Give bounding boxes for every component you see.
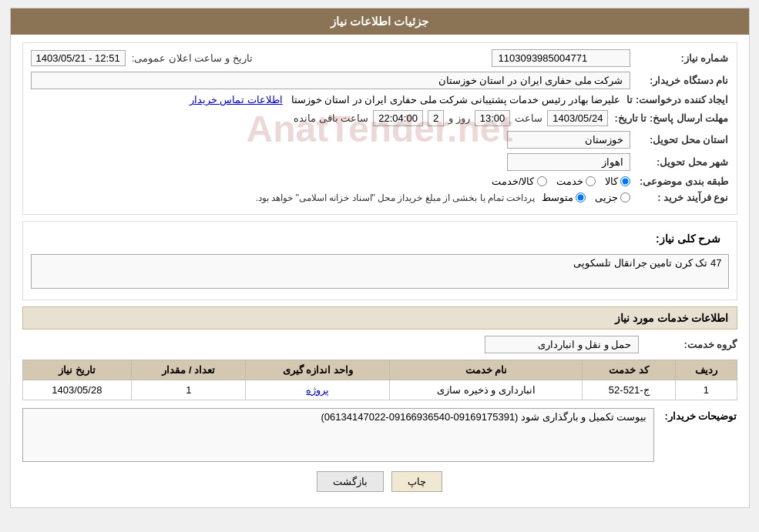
col-header-service-name: نام خدمت bbox=[390, 360, 583, 380]
deadline-time: 13:00 bbox=[475, 110, 511, 126]
col-header-quantity: تعداد / مقدار bbox=[132, 360, 246, 380]
need-desc-section-label: شرح کلی نیاز: bbox=[648, 228, 728, 249]
services-section-header: اطلاعات خدمات مورد نیاز bbox=[22, 306, 737, 330]
deadline-details: 1403/05/24 ساعت 13:00 روز و 2 22:04:00 س… bbox=[294, 110, 608, 126]
purchase-type-option-motovaset: متوسط bbox=[542, 192, 586, 203]
category-label-kala: کالا bbox=[605, 176, 618, 187]
row-buyer-org: نام دستگاه خریدار: شرکت ملی حفاری ایران … bbox=[31, 72, 729, 89]
service-group-value: حمل و نقل و انبارداری bbox=[485, 336, 639, 353]
announce-datetime-label: تاریخ و ساعت اعلان عمومی: bbox=[132, 52, 253, 64]
services-table-container: ردیف کد خدمت نام خدمت واحد اندازه گیری ت… bbox=[22, 360, 737, 400]
table-row: 1 ج-521-52 انبارداری و ذخیره سازی پروژه … bbox=[22, 380, 737, 400]
page-title: جزئیات اطلاعات نیاز bbox=[331, 15, 428, 28]
services-table: ردیف کد خدمت نام خدمت واحد اندازه گیری ت… bbox=[22, 360, 737, 400]
remaining-label: ساعت باقی مانده bbox=[294, 112, 368, 124]
purchase-type-radio-group: جزیی متوسط bbox=[542, 192, 630, 203]
cell-row-num: 1 bbox=[676, 380, 737, 400]
need-desc-row: 47 تک کرن تامین جرانقال تلسکوپی bbox=[31, 254, 729, 289]
row-need-number: شماره نیاز: 1103093985004771 تاریخ و ساع… bbox=[31, 49, 729, 67]
deadline-days: 2 bbox=[428, 110, 444, 126]
need-number-label: شماره نیاز: bbox=[636, 52, 729, 64]
creator-name: علیرضا بهادر رئیس خدمات پشتیبانی شرکت مل… bbox=[291, 94, 621, 105]
buyer-desc-section: توضیحات خریدار: بیوست تکمیل و بارگذاری ش… bbox=[22, 408, 737, 462]
row-category: طبقه بندی موضوعی: کالا خدمت کالا/خدمت bbox=[31, 176, 729, 187]
table-header-row: ردیف کد خدمت نام خدمت واحد اندازه گیری ت… bbox=[22, 360, 737, 380]
row-purchase-type: نوع فرآیند خرید : جزیی متوسط پرداخت تمام… bbox=[31, 192, 729, 203]
purchase-type-radio-motovaset[interactable] bbox=[576, 192, 586, 202]
creator-value: علیرضا بهادر رئیس خدمات پشتیبانی شرکت مل… bbox=[31, 94, 621, 105]
buyer-org-value: شرکت ملی حفاری ایران در استان خوزستان bbox=[31, 72, 630, 89]
category-label-both: کالا/خدمت bbox=[492, 176, 535, 187]
row-creator: ایجاد کننده درخواست: تا علیرضا بهادر رئی… bbox=[31, 94, 729, 105]
col-header-row-num: ردیف bbox=[676, 360, 737, 380]
announce-datetime-value: 1403/05/21 - 12:51 bbox=[31, 50, 126, 66]
category-option-khedmat: خدمت bbox=[556, 176, 596, 187]
top-info-section: AnatTender.net شماره نیاز: 1103093985004… bbox=[22, 42, 737, 215]
cell-quantity: 1 bbox=[132, 380, 246, 400]
need-desc-value: 47 تک کرن تامین جرانقال تلسکوپی bbox=[31, 254, 729, 289]
creator-label: ایجاد کننده درخواست: تا bbox=[626, 94, 728, 105]
cell-need-date: 1403/05/28 bbox=[22, 380, 132, 400]
category-option-both: کالا/خدمت bbox=[492, 176, 547, 187]
cell-service-name: انبارداری و ذخیره سازی bbox=[390, 380, 583, 400]
main-content: AnatTender.net شماره نیاز: 1103093985004… bbox=[11, 35, 749, 507]
row-province: استان محل تحویل: خوزستان bbox=[31, 131, 729, 149]
city-value: اهواز bbox=[507, 153, 630, 171]
service-group-label: گروه خدمت: bbox=[645, 339, 737, 350]
buyer-org-label: نام دستگاه خریدار: bbox=[636, 75, 729, 86]
contact-link[interactable]: اطلاعات تماس خریدار bbox=[190, 94, 283, 105]
back-button[interactable]: بازگشت bbox=[317, 471, 384, 492]
print-button[interactable]: چاپ bbox=[391, 471, 442, 492]
province-label: استان محل تحویل: bbox=[636, 134, 729, 146]
cell-service-code: ج-521-52 bbox=[583, 380, 676, 400]
category-label: طبقه بندی موضوعی: bbox=[636, 176, 729, 187]
buyer-desc-value: بیوست تکمیل و بارگذاری شود (09169175391-… bbox=[22, 408, 654, 462]
need-desc-header-row: شرح کلی نیاز: bbox=[31, 228, 729, 249]
purchase-type-label-motovaset: متوسط bbox=[542, 192, 573, 203]
city-label: شهر محل تحویل: bbox=[636, 156, 729, 168]
purchase-type-option-jozi: جزیی bbox=[595, 192, 630, 203]
category-option-kala: کالا bbox=[605, 176, 630, 187]
category-radio-khedmat[interactable] bbox=[586, 176, 596, 186]
row-city: شهر محل تحویل: اهواز bbox=[31, 153, 729, 171]
button-row: چاپ بازگشت bbox=[22, 471, 737, 492]
deadline-time2: 22:04:00 bbox=[373, 110, 423, 126]
purchase-type-label: نوع فرآیند خرید : bbox=[636, 192, 729, 203]
time-label: ساعت bbox=[515, 112, 542, 124]
col-header-need-date: تاریخ نیاز bbox=[22, 360, 132, 380]
category-label-khedmat: خدمت bbox=[556, 176, 583, 187]
col-header-service-code: کد خدمت bbox=[583, 360, 676, 380]
need-desc-section: شرح کلی نیاز: 47 تک کرن تامین جرانقال تل… bbox=[22, 221, 737, 300]
purchase-type-notice: پرداخت تمام یا بخشی از مبلغ خریداز محل "… bbox=[256, 192, 536, 203]
main-container: جزئیات اطلاعات نیاز AnatTender.net شماره… bbox=[10, 8, 750, 508]
category-radio-group: کالا خدمت کالا/خدمت bbox=[492, 176, 630, 187]
row-send-deadline: مهلت ارسال پاسخ: تا تاریخ: 1403/05/24 سا… bbox=[31, 110, 729, 126]
buyer-desc-content: بیوست تکمیل و بارگذاری شود (09169175391-… bbox=[22, 408, 654, 462]
buyer-desc-label: توضیحات خریدار: bbox=[660, 408, 737, 422]
row-service-group: گروه خدمت: حمل و نقل و انبارداری bbox=[22, 336, 737, 353]
purchase-type-label-jozi: جزیی bbox=[595, 192, 618, 203]
deadline-date: 1403/05/24 bbox=[547, 110, 608, 126]
col-header-unit: واحد اندازه گیری bbox=[246, 360, 390, 380]
category-radio-both[interactable] bbox=[537, 176, 547, 186]
cell-unit[interactable]: پروژه bbox=[246, 380, 390, 400]
purchase-type-radio-jozi[interactable] bbox=[620, 192, 630, 202]
category-radio-kala[interactable] bbox=[620, 176, 630, 186]
province-value: خوزستان bbox=[507, 131, 630, 149]
need-number-value: 1103093985004771 bbox=[492, 49, 630, 67]
page-header: جزئیات اطلاعات نیاز bbox=[11, 8, 749, 35]
send-deadline-label: مهلت ارسال پاسخ: تا تاریخ: bbox=[614, 112, 728, 124]
days-label: روز و bbox=[448, 112, 470, 124]
